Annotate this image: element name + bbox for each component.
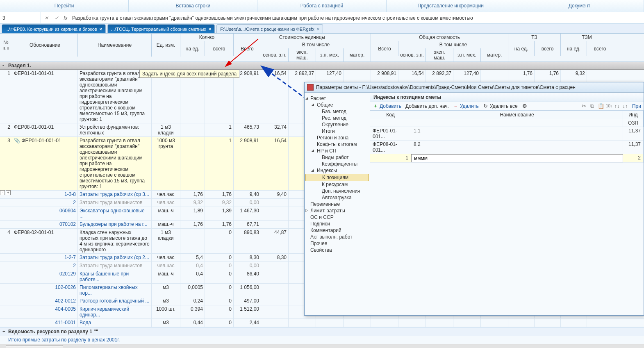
cell[interactable]: чел.час: [152, 254, 180, 262]
tree-item[interactable]: ОС и ССР: [305, 214, 369, 221]
index-row[interactable]: ФЕР08-01-001...8.211,37: [370, 141, 644, 154]
cell[interactable]: [180, 123, 205, 136]
cell[interactable]: маш.-ч: [152, 221, 180, 228]
cell[interactable]: [344, 319, 371, 327]
cell[interactable]: 0: [205, 297, 234, 305]
ribbon-tab-insert[interactable]: Вставка строки: [129, 0, 257, 12]
tree-item[interactable]: Доп. начисления: [305, 188, 369, 194]
cell[interactable]: [0, 254, 12, 262]
cell[interactable]: 465,73: [234, 123, 261, 136]
cell[interactable]: [0, 305, 12, 318]
dialog-title-bar[interactable]: Параметры сметы - F:\Users\adostovalov\D…: [305, 82, 644, 93]
cell[interactable]: 0: [205, 284, 234, 297]
cell[interactable]: 402-0012: [12, 297, 78, 305]
cell[interactable]: 0: [205, 262, 234, 270]
cell[interactable]: 0: [205, 254, 234, 262]
index-name-input[interactable]: [414, 155, 620, 161]
cell[interactable]: 0: [205, 319, 234, 327]
tree-item[interactable]: Акт выполн. работ: [305, 234, 369, 240]
fx-label[interactable]: fx: [61, 15, 70, 21]
sort-desc-icon[interactable]: ↓↑: [622, 103, 628, 109]
cell[interactable]: [0, 199, 12, 207]
apply-button[interactable]: При: [632, 103, 641, 109]
collapse-icon[interactable]: -: [2, 63, 8, 68]
cell[interactable]: 1-3-8: [12, 191, 78, 198]
cell[interactable]: 1000 шт.: [152, 305, 180, 318]
tree-item[interactable]: Рес. метод: [305, 115, 369, 121]
expand-collapse-icons[interactable]: -+: [0, 190, 11, 195]
close-icon[interactable]: ×: [317, 27, 319, 32]
cell[interactable]: [453, 319, 481, 327]
section-row[interactable]: -Раздел 1.: [0, 62, 644, 70]
tree-item[interactable]: Коэффициенты: [305, 161, 369, 167]
cell[interactable]: 5,4: [180, 254, 205, 262]
tree-item[interactable]: Прочее: [305, 240, 369, 247]
cell[interactable]: 9,32: [180, 199, 205, 207]
cell[interactable]: 3: [0, 137, 12, 190]
cell[interactable]: [398, 319, 426, 327]
cell[interactable]: 44,87: [261, 229, 289, 253]
cell[interactable]: Затраты труда машинистов: [78, 199, 152, 207]
cell[interactable]: 9,40: [234, 191, 261, 198]
tree-item[interactable]: Свойства: [305, 247, 369, 253]
cell[interactable]: [316, 319, 344, 327]
cell[interactable]: 404-0005: [12, 305, 78, 318]
copy-icon[interactable]: ⧉: [589, 103, 595, 109]
cell[interactable]: чел.час: [152, 199, 180, 207]
cell[interactable]: Кирпич керамический одинар...: [78, 305, 152, 318]
cell[interactable]: 86,40: [234, 270, 261, 283]
cell[interactable]: [261, 319, 289, 327]
cell[interactable]: 1-2-7: [12, 254, 78, 262]
cell[interactable]: [261, 297, 289, 305]
sub-row[interactable]: 411-0001Водам30,4402,44: [0, 319, 644, 327]
cell[interactable]: 1,76: [205, 191, 234, 198]
cell[interactable]: 0,4: [180, 270, 205, 283]
tree-item[interactable]: К ресурсам: [305, 181, 369, 188]
tree-item[interactable]: Переменные: [305, 201, 369, 207]
cell[interactable]: 1000 м3 грунта: [152, 137, 180, 190]
cell[interactable]: 020129: [12, 270, 78, 283]
cell[interactable]: 2: [0, 123, 12, 136]
tree-item[interactable]: ◢Индексы: [305, 167, 369, 174]
cell[interactable]: [535, 319, 561, 327]
cell[interactable]: 2 908,91: [234, 137, 261, 190]
cell[interactable]: 1 056,00: [234, 284, 261, 297]
cell[interactable]: [371, 319, 398, 327]
cell[interactable]: ФЕР01-01-001-01: [12, 70, 78, 123]
cell[interactable]: м3: [152, 297, 180, 305]
tool-icon[interactable]: ⚙: [522, 103, 528, 109]
tree-item[interactable]: ▷Лимит. затраты: [305, 207, 369, 214]
cell[interactable]: 0: [205, 229, 234, 253]
cell[interactable]: [508, 319, 535, 327]
cell[interactable]: 9,40: [261, 191, 289, 198]
cell[interactable]: Пиломатериалы хвойных пор...: [78, 284, 152, 297]
cell[interactable]: 2,44: [234, 319, 261, 327]
cell[interactable]: Бульдозеры при работе на г...: [78, 221, 152, 228]
tree-item[interactable]: ◢Расчет: [305, 95, 369, 102]
tree-item[interactable]: Коэф-ты к итогам: [305, 141, 369, 148]
cell[interactable]: 32,74: [261, 123, 289, 136]
cell[interactable]: 📎 ФЕР01-01-001-01: [12, 137, 78, 190]
cell[interactable]: Экскаваторы одноковшовые ...: [78, 207, 152, 220]
ribbon-tab-info[interactable]: Представление информации: [387, 0, 515, 12]
cancel-icon[interactable]: ✕: [44, 15, 48, 21]
add-extra-button[interactable]: Добавить доп. нач.: [405, 103, 449, 109]
cell[interactable]: 0,00: [234, 262, 261, 270]
cell[interactable]: 1 512,00: [234, 305, 261, 318]
cell[interactable]: маш.-ч: [152, 270, 180, 283]
scroll-thumb[interactable]: [6, 345, 63, 348]
cell[interactable]: 411-0001: [12, 319, 78, 327]
cell[interactable]: 16,54: [261, 137, 289, 190]
cell[interactable]: 8,30: [261, 254, 289, 262]
tab-fer08[interactable]: ...\ФЕР08. Конструкции из кирпича и блок…: [2, 24, 106, 33]
close-icon[interactable]: ×: [209, 27, 211, 32]
cell[interactable]: 0,24: [180, 297, 205, 305]
cell[interactable]: [0, 270, 12, 283]
cell[interactable]: [261, 305, 289, 318]
cell[interactable]: 4: [0, 229, 12, 253]
formula-text[interactable]: Разработка грунта в отвал экскаваторами …: [70, 15, 644, 21]
cell[interactable]: Вода: [78, 319, 152, 327]
cell-ref[interactable]: 3: [0, 12, 41, 23]
cell[interactable]: 0,44: [180, 319, 205, 327]
cell[interactable]: [261, 270, 289, 283]
